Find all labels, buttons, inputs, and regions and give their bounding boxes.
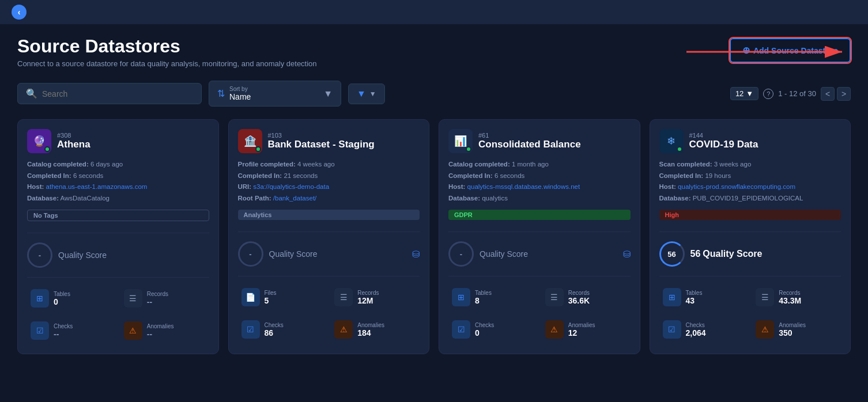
records-icon: ☰ <box>124 289 142 308</box>
covid-icon: ❄ <box>667 135 675 147</box>
tables-icon: ⊞ <box>663 288 681 306</box>
stat-info: Tables 43 <box>686 290 703 305</box>
tables-icon: ⊞ <box>31 289 49 308</box>
page-title: Source Datastores <box>17 36 317 57</box>
divider <box>27 277 209 278</box>
quality-score-row: 56 56Quality Score <box>659 237 841 271</box>
divider <box>238 276 420 276</box>
records-icon: ☰ <box>756 288 774 306</box>
card-title-group: #103 Bank Dataset - Staging <box>268 132 375 150</box>
records-icon: ☰ <box>334 288 353 306</box>
consolidated-icon: 📊 <box>454 135 467 147</box>
search-box[interactable]: 🔍 <box>17 83 202 104</box>
stat-info: Checks 86 <box>265 322 284 337</box>
status-dot <box>255 146 261 152</box>
status-dot <box>466 146 471 152</box>
card-name: Bank Dataset - Staging <box>268 139 375 150</box>
card-title-group: #144 COVID-19 Data <box>689 132 758 150</box>
divider <box>448 276 631 276</box>
per-page-value: 12 <box>735 89 744 98</box>
card-tag: Analytics <box>238 210 420 220</box>
quality-score-row: - Quality Score <box>27 238 209 272</box>
back-button[interactable]: ‹ <box>12 5 27 20</box>
quality-circle: - <box>238 241 263 267</box>
stat-info: Anomalies 12 <box>568 322 595 337</box>
stats-grid: ⊞ Tables 43 ☰ Records 43.3M ☑ <box>659 283 841 343</box>
card-title-group: #308 Athena <box>57 132 90 150</box>
stat-anomalies: ⚠ Anomalies 184 <box>331 316 420 343</box>
page-subtitle: Connect to a source datastore for data q… <box>17 59 317 68</box>
stat-info: Anomalies 350 <box>779 322 806 337</box>
card-meta: Catalog completed: 6 days ago Completed … <box>27 159 209 204</box>
add-source-datastore-button[interactable]: ⊕ Add Source Datastore <box>730 38 851 63</box>
card-header: 📊 #61 Consolidated Balance <box>448 129 631 153</box>
quality-score-row: - Quality Score ⛁ <box>238 237 420 271</box>
page-navigation: < > <box>821 87 851 101</box>
anomalies-icon: ⚠ <box>334 320 353 339</box>
toolbar: 🔍 ⇅ Sort by Name ▼ ▼ ▼ 12 ▼ ? 1 - 12 of … <box>0 74 868 113</box>
card-id: #308 <box>57 132 90 139</box>
card-icon: 🔮 <box>27 129 51 153</box>
stat-tables: ⊞ Tables 0 <box>27 285 116 312</box>
sort-by-label: Sort by <box>229 86 251 92</box>
checks-icon: ☑ <box>31 321 49 340</box>
datastore-card-consolidated[interactable]: 📊 #61 Consolidated Balance Catalog compl… <box>439 119 640 354</box>
per-page-selector[interactable]: 12 ▼ <box>730 87 758 100</box>
tree-icon: ⛁ <box>623 249 631 260</box>
datastore-card-bank[interactable]: 🏦 #103 Bank Dataset - Staging Profile co… <box>228 119 430 354</box>
datastore-card-athena[interactable]: 🔮 #308 Athena Catalog completed: 6 days … <box>17 119 219 354</box>
anomalies-icon: ⚠ <box>545 320 564 339</box>
stat-anomalies: ⚠ Anomalies 350 <box>752 316 841 343</box>
divider <box>27 233 209 233</box>
anomalies-icon: ⚠ <box>756 320 774 339</box>
datastore-card-covid[interactable]: ❄ #144 COVID-19 Data Scan completed: 3 w… <box>650 119 851 354</box>
status-dot <box>677 146 682 152</box>
divider <box>238 232 420 232</box>
quality-label: Quality Score <box>269 249 318 259</box>
stat-info: Tables 8 <box>475 290 492 305</box>
tables-icon: ⊞ <box>452 288 470 306</box>
card-title-group: #61 Consolidated Balance <box>478 132 581 150</box>
filter-button[interactable]: ▼ ▼ <box>348 84 385 104</box>
card-name: Athena <box>57 139 90 150</box>
card-tag: High <box>659 210 841 220</box>
card-icon: 📊 <box>448 129 473 153</box>
stat-files: 📄 Files 5 <box>238 283 327 311</box>
stat-info: Records 36.6K <box>568 290 590 305</box>
cards-grid: 🔮 #308 Athena Catalog completed: 6 days … <box>0 113 868 366</box>
search-input[interactable] <box>42 89 193 98</box>
stat-info: Checks 0 <box>475 322 494 337</box>
card-name: Consolidated Balance <box>478 139 581 150</box>
header-left: Source Datastores Connect to a source da… <box>17 36 317 68</box>
filter-chevron-icon: ▼ <box>369 90 376 98</box>
pagination: 12 ▼ ? 1 - 12 of 30 < > <box>730 87 851 101</box>
card-icon: ❄ <box>659 129 684 153</box>
stat-info: Records -- <box>147 291 168 306</box>
next-page-button[interactable]: > <box>837 87 851 101</box>
sort-dropdown[interactable]: ⇅ Sort by Name ▼ <box>209 81 341 107</box>
status-dot <box>44 146 50 152</box>
stat-tables: ⊞ Tables 43 <box>659 283 748 311</box>
top-bar: ‹ <box>0 0 868 24</box>
card-header: ❄ #144 COVID-19 Data <box>659 129 841 153</box>
card-header: 🔮 #308 Athena <box>27 129 209 153</box>
stat-checks: ☑ Checks 0 <box>448 316 537 343</box>
stat-records: ☰ Records 12M <box>331 283 420 311</box>
search-icon: 🔍 <box>26 88 37 99</box>
divider <box>659 232 841 232</box>
card-name: COVID-19 Data <box>689 139 758 150</box>
sort-by-value: Name <box>229 92 251 101</box>
stat-info: Tables 0 <box>54 291 70 306</box>
card-meta: Scan completed: 3 weeks ago Completed In… <box>659 159 841 204</box>
sort-chevron-icon: ▼ <box>323 89 333 99</box>
stat-checks: ☑ Checks -- <box>27 317 116 344</box>
prev-page-button[interactable]: < <box>821 87 835 101</box>
files-icon: 📄 <box>241 288 260 306</box>
help-icon: ? <box>763 89 773 99</box>
stat-info: Anomalies 184 <box>357 322 384 337</box>
stat-tables: ⊞ Tables 8 <box>448 283 537 311</box>
quality-circle: - <box>27 242 52 268</box>
pagination-info: 1 - 12 of 30 <box>778 89 816 98</box>
stat-anomalies: ⚠ Anomalies -- <box>120 317 209 344</box>
quality-circle: - <box>448 241 474 267</box>
